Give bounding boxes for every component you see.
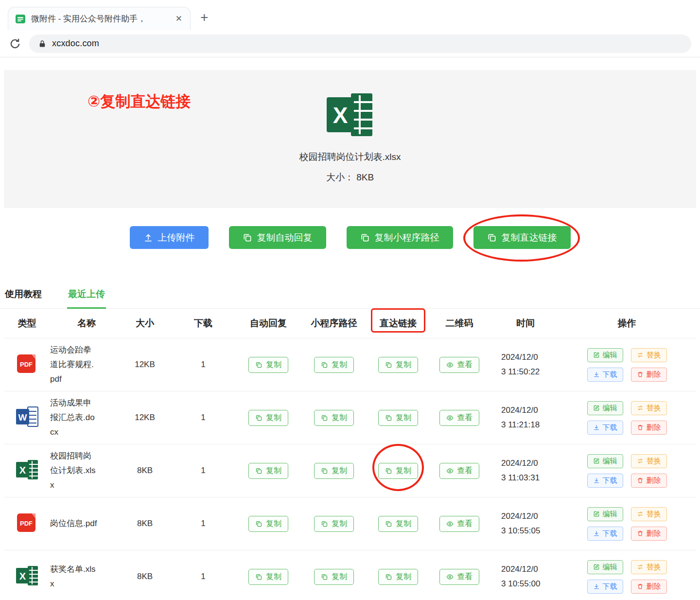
tab-usage-tutorial[interactable]: 使用教程: [4, 283, 43, 308]
edit-button[interactable]: 编辑: [587, 348, 623, 362]
url-field[interactable]: xcxdoc.com: [29, 35, 691, 53]
delete-button[interactable]: 删除: [631, 580, 667, 594]
browser-tab-strip: 微附件 - 实用公众号附件助手， ✕ +: [0, 0, 700, 30]
download-icon: [593, 371, 600, 378]
replace-icon: [637, 458, 644, 464]
table-row: X W PDF: [4, 497, 696, 550]
row-copy-auto-reply-button[interactable]: 复制: [248, 516, 288, 532]
row-copy-miniprogram-path-button[interactable]: 复制: [314, 463, 354, 479]
copy-icon: [385, 520, 392, 528]
eye-icon: [446, 573, 454, 581]
replace-button[interactable]: 替换: [631, 401, 667, 415]
upload-time-cell: 2024/12/03 10:55:00: [501, 562, 542, 591]
download-icon: [593, 477, 600, 484]
file-name-cell: 活动成果申报汇总表.docx: [50, 396, 98, 440]
new-tab-button[interactable]: +: [200, 11, 208, 24]
file-size-cell: 8KB: [123, 466, 167, 476]
file-size: 大小： 8KB: [4, 171, 696, 184]
delete-button[interactable]: 删除: [631, 368, 667, 382]
row-view-qrcode-button[interactable]: 查看: [439, 410, 479, 426]
row-copy-auto-reply-button[interactable]: 复制: [248, 463, 288, 479]
row-view-qrcode-button[interactable]: 查看: [439, 357, 479, 373]
replace-button[interactable]: 替换: [631, 560, 667, 574]
row-copy-miniprogram-path-button[interactable]: 复制: [314, 569, 354, 585]
close-tab-icon[interactable]: ✕: [175, 14, 183, 24]
header-auto-reply: 自动回复: [240, 317, 297, 330]
file-name-cell: 获奖名单.xlsx: [50, 562, 98, 591]
edit-button[interactable]: 编辑: [587, 560, 623, 574]
row-view-qrcode-button[interactable]: 查看: [439, 569, 479, 585]
header-downloads: 下载: [167, 317, 240, 330]
replace-button[interactable]: 替换: [631, 507, 667, 521]
row-copy-auto-reply-button[interactable]: 复制: [248, 410, 288, 426]
edit-button[interactable]: 编辑: [587, 454, 623, 468]
svg-text:X: X: [333, 103, 348, 128]
row-copy-miniprogram-path-button[interactable]: 复制: [314, 516, 354, 532]
download-button[interactable]: 下载: [587, 580, 623, 594]
url-text: xcxdoc.com: [52, 38, 99, 49]
row-view-qrcode-button[interactable]: 查看: [439, 516, 479, 532]
copy-auto-reply-button[interactable]: 复制自动回复: [229, 226, 326, 249]
download-button[interactable]: 下载: [587, 527, 623, 541]
row-copy-auto-reply-button[interactable]: 复制: [248, 357, 288, 373]
download-button[interactable]: 下载: [587, 474, 623, 488]
upload-time-cell: 2024/12/03 10:55:05: [501, 509, 542, 538]
copy-direct-link-button[interactable]: 复制直达链接: [473, 226, 571, 249]
toolbar: 上传附件 复制自动回复 复制小程序路径 复制直达链接: [0, 226, 700, 249]
edit-button[interactable]: 编辑: [587, 507, 623, 521]
file-size-cell: 8KB: [123, 572, 167, 582]
delete-button[interactable]: 删除: [631, 474, 667, 488]
replace-button[interactable]: 替换: [631, 348, 667, 362]
svg-text:X: X: [19, 571, 26, 582]
row-copy-miniprogram-path-button[interactable]: 复制: [314, 410, 354, 426]
upload-attachment-button[interactable]: 上传附件: [130, 226, 209, 249]
upload-time-cell: 2024/12/03 11:50:22: [501, 350, 542, 379]
file-size-cell: 12KB: [123, 413, 167, 423]
file-name-cell: 校园招聘岗位计划表.xlsx: [50, 449, 98, 493]
browser-tab[interactable]: 微附件 - 实用公众号附件助手， ✕: [8, 7, 191, 30]
row-copy-miniprogram-path-button[interactable]: 复制: [314, 357, 354, 373]
tab-recent-uploads[interactable]: 最近上传: [67, 283, 106, 309]
row-copy-direct-link-button[interactable]: 复制: [378, 410, 418, 426]
replace-icon: [637, 511, 644, 517]
replace-icon: [637, 405, 644, 411]
copy-icon: [385, 467, 392, 475]
delete-button[interactable]: 删除: [631, 421, 667, 435]
copy-icon: [385, 414, 392, 422]
svg-text:PDF: PDF: [20, 361, 33, 368]
file-type-icon: X W PDF: [16, 406, 38, 429]
site-favicon-icon: [15, 14, 26, 24]
row-copy-direct-link-button[interactable]: 复制: [378, 357, 418, 373]
table-row: X W PDF: [4, 338, 696, 391]
row-actions: 编辑 替换 下载 删除: [558, 401, 696, 435]
download-button[interactable]: 下载: [587, 368, 623, 382]
download-count-cell: 1: [167, 519, 240, 529]
uploads-table: 类型 名称 大小 下载 自动回复 小程序路径 直达链接 二维码 时间 操作: [0, 309, 700, 600]
row-copy-direct-link-button[interactable]: 复制: [378, 569, 418, 585]
file-type-icon: X W PDF: [16, 512, 38, 535]
copy-miniprogram-path-button[interactable]: 复制小程序路径: [347, 226, 453, 249]
download-button[interactable]: 下载: [587, 421, 623, 435]
copy-icon: [385, 573, 392, 581]
delete-button[interactable]: 删除: [631, 527, 667, 541]
copy-icon: [243, 233, 252, 243]
row-view-qrcode-button[interactable]: 查看: [439, 463, 479, 479]
row-copy-direct-link-button[interactable]: 复制: [378, 516, 418, 532]
upload-time-cell: 2024/12/03 11:21:18: [501, 403, 542, 432]
edit-icon: [593, 352, 600, 358]
excel-file-icon: X: [327, 92, 373, 137]
row-copy-auto-reply-button[interactable]: 复制: [248, 569, 288, 585]
reload-icon[interactable]: [9, 37, 21, 50]
row-copy-direct-link-button[interactable]: 复制: [378, 463, 418, 479]
edit-button[interactable]: 编辑: [587, 401, 623, 415]
copy-icon: [255, 414, 262, 422]
copy-icon: [255, 467, 262, 475]
row-actions: 编辑 替换 下载 删除: [558, 560, 696, 594]
edit-icon: [593, 564, 600, 570]
edit-icon: [593, 511, 600, 517]
file-size-cell: 12KB: [123, 360, 167, 370]
download-icon: [593, 424, 600, 431]
replace-button[interactable]: 替换: [631, 454, 667, 468]
upload-time-cell: 2024/12/03 11:03:31: [501, 456, 542, 485]
copy-icon: [255, 520, 262, 528]
